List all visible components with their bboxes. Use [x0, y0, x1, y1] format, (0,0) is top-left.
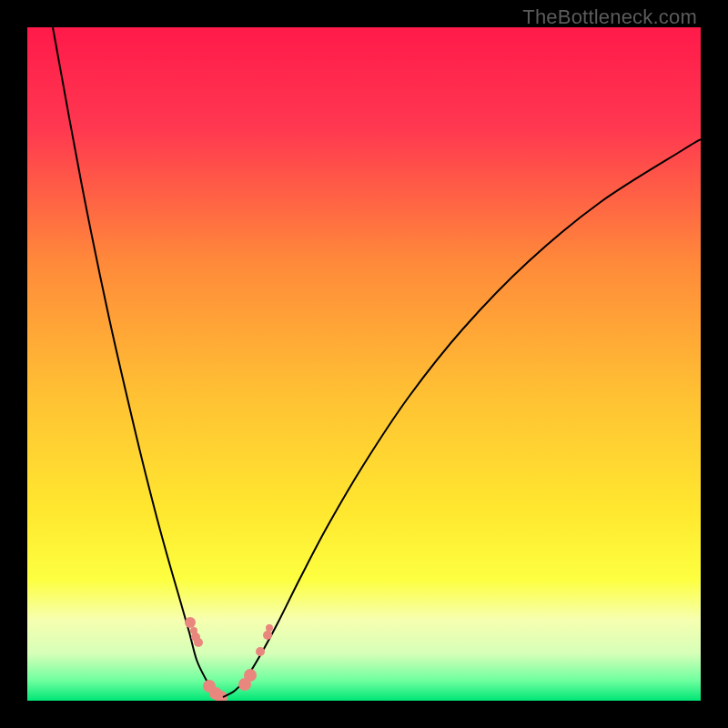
marker-dot: [185, 617, 196, 628]
series-curve-left: [53, 27, 223, 697]
marker-dot: [266, 624, 273, 632]
plot-frame: [27, 27, 701, 701]
marker-dot: [194, 638, 203, 647]
marker-dot: [244, 669, 257, 682]
marker-dot: [263, 631, 272, 640]
marker-dot: [256, 647, 265, 656]
plot-curves: [27, 27, 701, 701]
watermark-text: TheBottleneck.com: [522, 5, 697, 29]
series-curve-right: [223, 139, 701, 697]
